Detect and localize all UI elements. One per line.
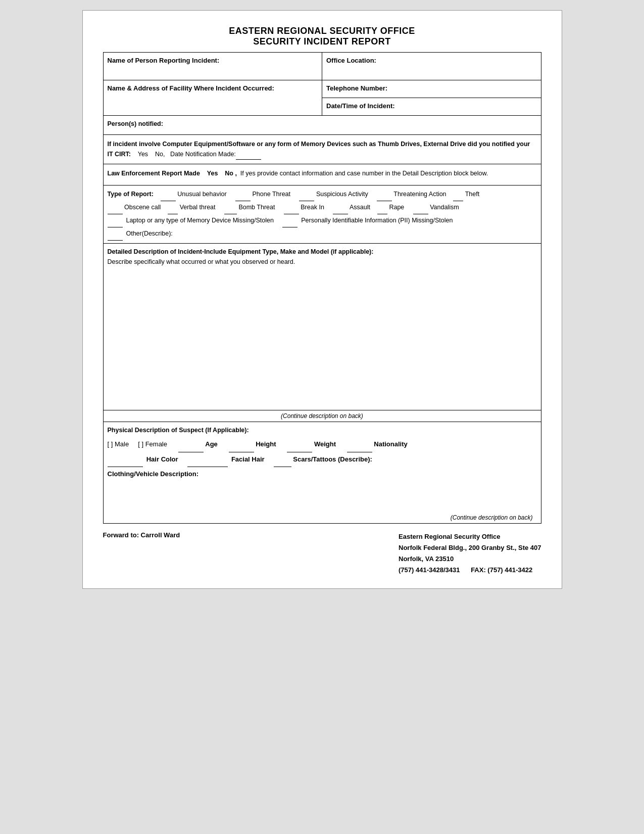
row-description: Detailed Description of Incident-Include…	[103, 244, 541, 422]
it-cirt-text: If incident involve Computer Equipment/S…	[108, 141, 530, 158]
type-row-1: Type of Report: Unusual behavior Phone T…	[108, 188, 537, 201]
office-address1: Norfolk Federal Bldg., 200 Granby St., S…	[399, 542, 541, 553]
male-label: [ ] Male	[108, 440, 129, 448]
persons-notified-cell: Person(s) notified:	[103, 116, 541, 135]
row-persons-notified: Person(s) notified:	[103, 116, 541, 135]
office-contact: (757) 441-3428/3431 FAX: (757) 441-3422	[399, 565, 541, 576]
name-reporting-label: Name of Person Reporting Incident:	[108, 57, 220, 64]
telephone-cell: Telephone Number:	[322, 80, 541, 98]
physical-row-3: Clothing/Vehicle Description:	[108, 467, 537, 482]
type-pii: Personally Identifiable Information (PII…	[301, 217, 453, 224]
type-suspicious: Suspicious Activity	[316, 191, 368, 198]
type-break-in: Break In	[301, 204, 324, 211]
type-theft: Theft	[465, 191, 480, 198]
row-law-enforcement: Law Enforcement Report Made Yes No , If …	[103, 164, 541, 186]
law-yes: Yes	[207, 170, 218, 177]
description-header: Detailed Description of Incident-Include…	[104, 244, 541, 269]
description-sub: Describe specifically what occurred or w…	[108, 258, 295, 265]
law-blank2	[220, 170, 225, 177]
row-it-cirt: If incident involve Computer Equipment/S…	[103, 135, 541, 164]
page: EASTERN REGIONAL SECURITY OFFICE SECURIT…	[82, 10, 562, 589]
type-bomb: Bomb Threat	[238, 204, 275, 211]
forward-to: Forward to: Carroll Ward	[103, 531, 180, 539]
continue-description: (Continue description on back)	[104, 410, 541, 422]
physical-cell: Physical Description of Suspect (If Appl…	[103, 422, 541, 524]
continue-back: (Continue description on back)	[108, 512, 537, 523]
office-phone: (757) 441-3428/3431	[399, 566, 460, 574]
description-label: Detailed Description of Incident-Include…	[108, 248, 374, 255]
type-laptop: Laptop or any type of Memory Device Miss…	[126, 217, 274, 224]
footer-left: Forward to: Carroll Ward	[103, 531, 180, 576]
hair-color-label: Hair Color	[146, 455, 178, 463]
title-line2: SECURITY INCIDENT REPORT	[103, 36, 541, 47]
facility-name-label: Name & Address of Facility Where Inciden…	[108, 84, 274, 92]
datetime-cell: Date/Time of Incident:	[322, 98, 541, 116]
nationality-label: Nationality	[374, 440, 407, 448]
it-date-label: Date Notification Made:	[170, 151, 236, 158]
it-blank2	[150, 151, 155, 158]
clothing-area[interactable]	[108, 482, 537, 512]
type-row-3: Laptop or any type of Memory Device Miss…	[108, 214, 537, 227]
physical-label: Physical Description of Suspect (If Appl…	[108, 425, 537, 435]
row-facility-tel: Name & Address of Facility Where Inciden…	[103, 80, 541, 98]
telephone-label: Telephone Number:	[326, 84, 387, 92]
type-row-2: Obscene call Verbal threat Bomb Threat B…	[108, 201, 537, 214]
description-cell: Detailed Description of Incident-Include…	[103, 244, 541, 422]
type-assault: Assault	[350, 204, 370, 211]
facial-hair-label: Facial Hair	[231, 455, 265, 463]
type-unusual: Unusual behavior	[177, 191, 226, 198]
type-threatening: Threatening Action	[393, 191, 446, 198]
law-no: No ,	[225, 170, 237, 177]
row-physical: Physical Description of Suspect (If Appl…	[103, 422, 541, 524]
female-label: [ ] Female	[138, 440, 167, 448]
type-other: Other(Describe):	[126, 230, 172, 237]
type-rape: Rape	[389, 204, 404, 211]
law-label: Law Enforcement Report Made	[108, 170, 200, 177]
office-fax: FAX: (757) 441-3422	[471, 566, 532, 574]
description-area[interactable]	[104, 269, 541, 410]
persons-notified-label: Person(s) notified:	[108, 120, 163, 127]
main-form-table: Name of Person Reporting Incident: Offic…	[103, 52, 541, 524]
office-location-cell: Office Location:	[322, 53, 541, 80]
office-location-label: Office Location:	[326, 57, 376, 64]
title-section: EASTERN REGIONAL SECURITY OFFICE SECURIT…	[103, 26, 541, 47]
it-no: No,	[155, 151, 165, 158]
office-address2: Norfolk, VA 23510	[399, 553, 541, 565]
clothing-label: Clothing/Vehicle Description:	[108, 470, 199, 478]
facility-name-cell: Name & Address of Facility Where Inciden…	[103, 80, 322, 116]
type-verbal: Verbal threat	[180, 204, 216, 211]
physical-row-1: [ ] Male [ ] Female Age Height Weight	[108, 437, 537, 452]
height-label: Height	[256, 440, 276, 448]
type-report-cell: Type of Report: Unusual behavior Phone T…	[103, 186, 541, 244]
type-vandalism: Vandalism	[430, 204, 459, 211]
type-label: Type of Report:	[108, 191, 154, 198]
law-enforcement-cell: Law Enforcement Report Made Yes No , If …	[103, 164, 541, 186]
type-obscene: Obscene call	[124, 204, 161, 211]
title-line1: EASTERN REGIONAL SECURITY OFFICE	[103, 26, 541, 36]
law-blank1	[202, 170, 207, 177]
row-name-office: Name of Person Reporting Incident: Offic…	[103, 53, 541, 80]
it-cirt-cell: If incident involve Computer Equipment/S…	[103, 135, 541, 164]
law-enforcement-text: Law Enforcement Report Made Yes No , If …	[108, 170, 488, 177]
it-yes: Yes	[138, 151, 148, 158]
footer: Forward to: Carroll Ward Eastern Regiona…	[103, 524, 541, 578]
age-label: Age	[205, 440, 218, 448]
it-blank1	[133, 151, 138, 158]
physical-row-2: Hair Color Facial Hair Scars/Tattoos (De…	[108, 452, 537, 468]
weight-label: Weight	[314, 440, 336, 448]
type-row-4: Other(Describe):	[108, 227, 537, 241]
datetime-label: Date/Time of Incident:	[326, 102, 395, 110]
physical-label-text: Physical Description of Suspect (If Appl…	[108, 427, 249, 434]
type-phone-threat: Phone Threat	[252, 191, 290, 198]
scars-label: Scars/Tattoos (Describe):	[293, 455, 372, 463]
name-reporting-cell: Name of Person Reporting Incident:	[103, 53, 322, 80]
office-name: Eastern Regional Security Office	[399, 531, 541, 542]
footer-right: Eastern Regional Security Office Norfolk…	[399, 531, 541, 576]
row-type-report: Type of Report: Unusual behavior Phone T…	[103, 186, 541, 244]
law-if-yes: If yes provide contact information and c…	[240, 170, 488, 177]
